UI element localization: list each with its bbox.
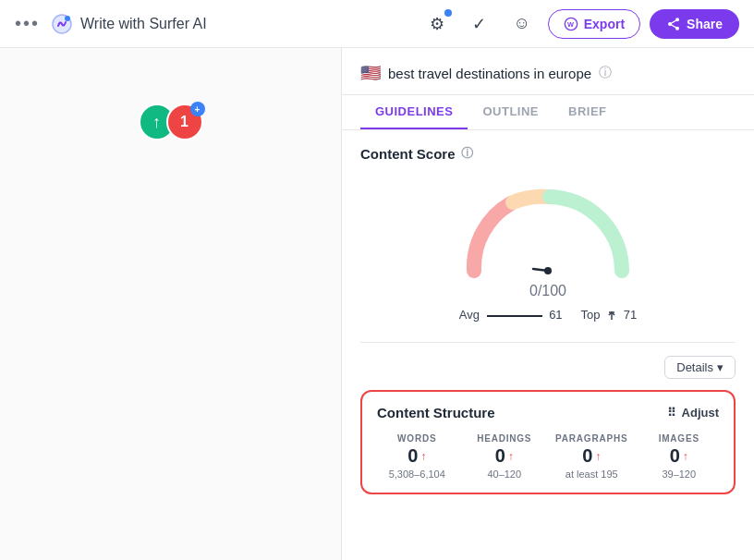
export-label: Export — [584, 17, 625, 31]
avatar-red: 1 + — [166, 103, 203, 140]
avg-value: 61 — [549, 308, 562, 322]
gauge-svg — [456, 178, 640, 280]
stat-paragraphs: PARAGRAPHS 0 ↑ at least 195 — [552, 433, 632, 480]
check-button[interactable]: ✓ — [463, 7, 496, 41]
details-row: Details ▾ — [342, 352, 754, 386]
flag-icon: 🇺🇸 — [360, 63, 381, 83]
headings-label: HEADINGS — [477, 433, 531, 444]
adjust-label: Adjust — [682, 406, 719, 420]
gauge-score: 0/100 — [529, 273, 566, 302]
avg-stat: Avg 61 — [459, 308, 563, 322]
avatar-red-label: 1 — [180, 114, 188, 130]
gauge-wrapper: 0/100 Avg 61 Top 71 — [360, 169, 736, 325]
stat-words: WORDS 0 ↑ 5,308–6,104 — [377, 433, 457, 480]
tabs-bar: GUIDELINES OUTLINE BRIEF — [342, 95, 754, 130]
avatar-badge-plus: + — [190, 102, 205, 116]
app-title: Write with Surfer AI — [80, 16, 207, 32]
content-structure-header: Content Structure ⠿ Adjust — [377, 405, 719, 420]
content-structure-title: Content Structure — [377, 405, 495, 420]
avatar-green-icon: ↑ — [152, 113, 161, 132]
check-icon: ✓ — [472, 14, 486, 34]
details-chevron: ▾ — [717, 360, 724, 374]
settings-button[interactable]: ⚙ — [420, 7, 454, 41]
svg-point-1 — [65, 16, 70, 21]
stat-headings: HEADINGS 0 ↑ 40–120 — [465, 433, 545, 480]
words-value: 0 ↑ — [407, 445, 426, 467]
wordpress-icon: W — [564, 17, 578, 31]
content-score-title: Content Score ⓘ — [360, 145, 736, 162]
gauge-stats: Avg 61 Top 71 — [459, 308, 638, 322]
stat-images: IMAGES 0 ↑ 39–120 — [639, 433, 720, 480]
words-range: 5,308–6,104 — [389, 469, 445, 480]
tab-guidelines[interactable]: GUIDELINES — [360, 95, 468, 129]
top-icon — [606, 310, 617, 322]
content-score-label: Content Score — [360, 146, 456, 162]
surfer-ai-icon — [51, 13, 73, 35]
words-arrow: ↑ — [420, 450, 426, 463]
images-arrow: ↑ — [683, 450, 688, 463]
paragraphs-range: at least 195 — [566, 469, 618, 480]
top-label: Top — [581, 308, 601, 322]
paragraphs-arrow: ↑ — [595, 450, 601, 463]
stats-grid: WORDS 0 ↑ 5,308–6,104 HEADINGS 0 ↑ 40–12… — [377, 433, 719, 480]
app-title-group: Write with Surfer AI — [51, 13, 207, 35]
paragraphs-label: PARAGRAPHS — [555, 433, 627, 444]
tab-outline[interactable]: OUTLINE — [468, 95, 553, 129]
settings-badge — [444, 9, 452, 17]
keyword-text: best travel destinations in europe — [388, 66, 591, 81]
score-suffix: /100 — [538, 283, 566, 298]
share-icon — [666, 17, 681, 31]
topbar-right: ⚙ ✓ ☺ W Export Share — [420, 7, 739, 41]
content-score-section: Content Score ⓘ 0/100 — [342, 130, 754, 333]
details-label: Details — [676, 360, 713, 374]
content-structure-card: Content Structure ⠿ Adjust WORDS 0 ↑ 5,3… — [360, 390, 736, 494]
adjust-icon: ⠿ — [667, 406, 676, 420]
avg-label: Avg — [459, 308, 480, 322]
images-label: IMAGES — [659, 433, 699, 444]
words-label: WORDS — [397, 433, 436, 444]
menu-dots-button[interactable]: ••• — [15, 13, 40, 34]
topbar: ••• Write with Surfer AI ⚙ ✓ ☺ W — [0, 0, 754, 48]
share-button[interactable]: Share — [650, 9, 739, 39]
export-button[interactable]: W Export — [548, 9, 640, 39]
left-panel: ↑ 1 + — [0, 48, 342, 560]
details-button[interactable]: Details ▾ — [664, 356, 736, 379]
avatar-cluster: ↑ 1 + — [139, 103, 203, 140]
avg-line — [487, 315, 542, 317]
headings-arrow: ↑ — [508, 450, 514, 463]
images-value: 0 ↑ — [670, 445, 688, 467]
right-panel: 🇺🇸 best travel destinations in europe ⓘ … — [342, 48, 754, 560]
adjust-button[interactable]: ⠿ Adjust — [667, 406, 719, 420]
emoji-button[interactable]: ☺ — [505, 7, 539, 41]
divider-1 — [360, 342, 736, 343]
top-value: 71 — [624, 308, 637, 322]
topbar-left: ••• Write with Surfer AI — [15, 13, 207, 35]
main-content: ↑ 1 + 🇺🇸 best travel destinations in eur… — [0, 48, 754, 560]
headings-range: 40–120 — [487, 469, 521, 480]
keyword-info-icon[interactable]: ⓘ — [599, 65, 612, 81]
content-score-info-icon[interactable]: ⓘ — [461, 145, 473, 162]
emoji-icon: ☺ — [514, 14, 530, 33]
paragraphs-value: 0 ↑ — [582, 445, 601, 467]
top-stat: Top 71 — [581, 308, 638, 322]
images-range: 39–120 — [662, 469, 696, 480]
svg-text:W: W — [567, 19, 574, 28]
share-label: Share — [687, 17, 723, 31]
score-value: 0 — [529, 283, 538, 298]
svg-line-7 — [670, 19, 677, 24]
gear-icon: ⚙ — [430, 14, 444, 34]
headings-value: 0 ↑ — [495, 445, 514, 467]
svg-line-8 — [670, 24, 677, 29]
keyword-header: 🇺🇸 best travel destinations in europe ⓘ — [342, 48, 754, 95]
tab-brief[interactable]: BRIEF — [553, 95, 622, 129]
